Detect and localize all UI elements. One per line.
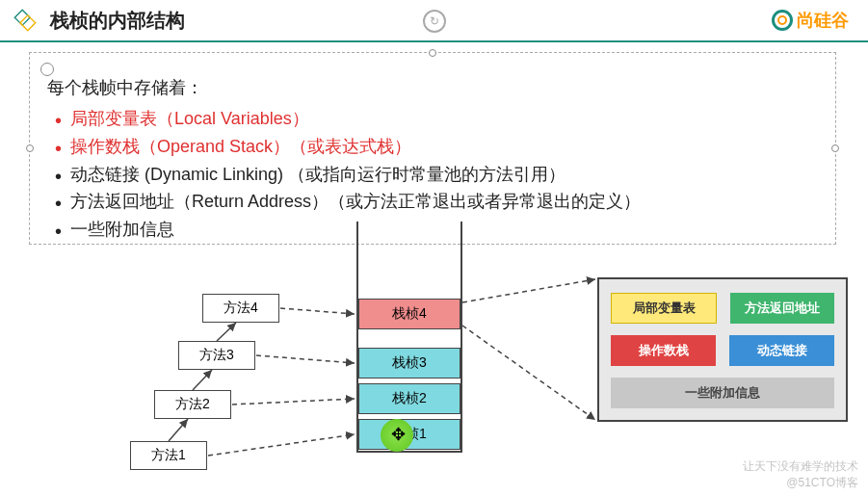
frame-detail-box: 局部变量表 方法返回地址 操作数栈 动态链接 一些附加信息 [597, 277, 848, 422]
resize-handle-top[interactable] [429, 49, 436, 57]
watermark-line1: 让天下没有难学的技术 [743, 458, 858, 475]
svg-line-3 [193, 370, 212, 390]
svg-line-4 [217, 323, 236, 341]
detail-dynamic-linking: 动态链接 [729, 335, 834, 366]
svg-line-2 [169, 419, 188, 441]
detail-extra-info: 一些附加信息 [611, 378, 834, 408]
method-1-box: 方法1 [130, 441, 207, 470]
method-2-box: 方法2 [154, 390, 231, 419]
brand-circle-icon [772, 10, 793, 31]
watermark-line2: @51CTO博客 [743, 475, 858, 491]
bullet-return-address: 方法返回地址（Return Address）（或方法正常退出或者异常退出的定义） [47, 188, 818, 216]
slide-header: 栈桢的内部结构 ↻ 尚硅谷 [0, 0, 868, 42]
watermark: 让天下没有难学的技术 @51CTO博客 [743, 458, 858, 491]
svg-line-7 [256, 355, 355, 363]
detail-return-address: 方法返回地址 [730, 293, 834, 324]
intro-text: 每个栈帧中存储着： [47, 76, 818, 99]
svg-line-5 [208, 434, 355, 456]
method-4-box: 方法4 [202, 294, 279, 323]
resize-handle-left[interactable] [26, 144, 34, 152]
stack-frame-3: 栈桢3 [358, 348, 460, 379]
brand-text: 尚硅谷 [797, 9, 849, 32]
logo-diamond-icon [12, 7, 39, 34]
content-text-box[interactable]: 每个栈帧中存储着： 局部变量表（Local Variables） 操作数栈（Op… [29, 52, 836, 245]
svg-rect-1 [20, 15, 36, 31]
method-3-box: 方法3 [178, 341, 255, 370]
stack-frame-4: 栈桢4 [358, 299, 460, 329]
svg-line-10 [462, 326, 595, 420]
svg-line-9 [462, 279, 595, 302]
slide-title: 栈桢的内部结构 [50, 8, 185, 34]
play-icon: ↻ [423, 10, 446, 33]
detail-local-variables: 局部变量表 [611, 293, 717, 324]
resize-handle-right[interactable] [831, 144, 839, 152]
bullet-dynamic-linking: 动态链接 (Dynamic Linking) （或指向运行时常量池的方法引用） [47, 161, 818, 189]
cursor-icon: ✥ [391, 424, 406, 445]
diagram-area: 方法1 方法2 方法3 方法4 栈桢1 栈桢2 栈桢3 栈桢4 局部变量表 方法… [0, 222, 868, 491]
detail-operand-stack: 操作数栈 [611, 335, 716, 366]
stack-frame-2: 栈桢2 [358, 383, 460, 414]
bullet-local-variables: 局部变量表（Local Variables） [47, 105, 818, 133]
svg-rect-0 [14, 10, 30, 25]
rotate-handle[interactable] [40, 63, 54, 76]
bullet-operand-stack: 操作数栈（Operand Stack）（或表达式栈） [47, 133, 818, 161]
stack-container [356, 222, 462, 453]
brand-logo: 尚硅谷 [772, 9, 849, 32]
svg-line-6 [232, 399, 355, 405]
svg-line-8 [280, 308, 355, 314]
